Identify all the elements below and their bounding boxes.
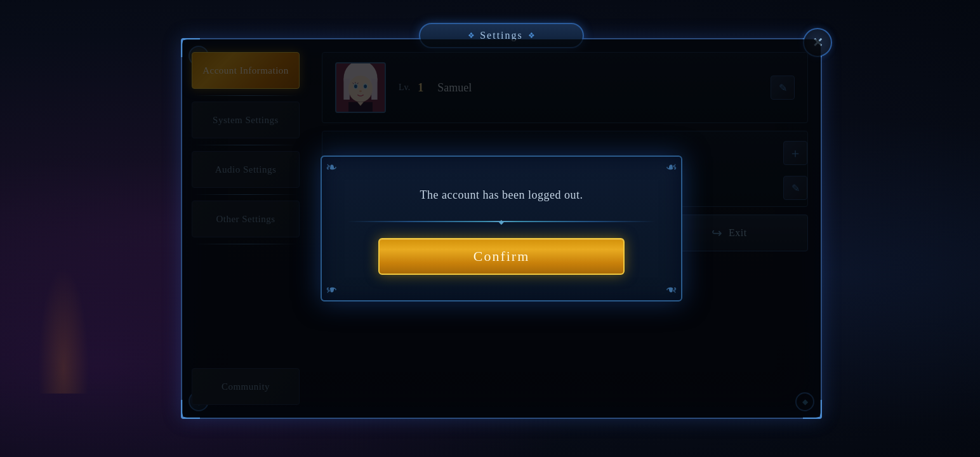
confirm-dialog: ❧ ❧ ❧ ❧ The account has been logged out.… xyxy=(321,156,682,301)
dialog-ornament-tr: ❧ xyxy=(666,161,677,175)
dialog-ornament-tl: ❧ xyxy=(326,161,337,175)
dialog-ornament-bl: ❧ xyxy=(326,282,337,296)
settings-panel: Settings ✕ ◆ ◆ Account Information Syste… xyxy=(181,38,822,419)
confirm-button[interactable]: Confirm xyxy=(378,238,625,275)
dialog-divider xyxy=(347,221,656,222)
dialog-message: The account has been logged out. xyxy=(347,189,656,202)
dialog-body: The account has been logged out. Confirm xyxy=(322,157,681,300)
dialog-ornament-br: ❧ xyxy=(666,282,677,296)
atmosphere-glow xyxy=(38,267,89,394)
